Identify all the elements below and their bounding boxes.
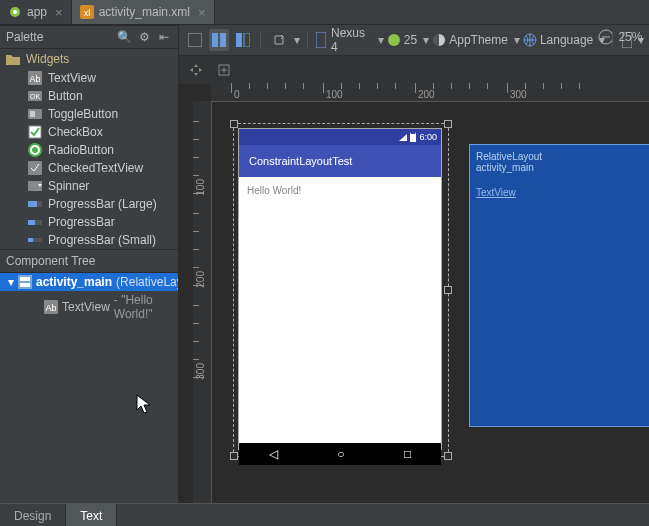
svg-text:Ab: Ab [29, 74, 40, 84]
svg-text:OK: OK [30, 93, 40, 100]
tab-app[interactable]: app × [0, 0, 72, 24]
svg-rect-20 [28, 238, 33, 242]
view-both-icon[interactable] [209, 29, 230, 51]
palette-item[interactable]: ToggleButton [0, 105, 178, 123]
widget-icon [28, 143, 42, 157]
chevron-down-icon: ▾ [378, 33, 384, 47]
language-selector[interactable]: Language▾ [540, 33, 605, 47]
chevron-down-icon[interactable]: ▾ [294, 33, 300, 47]
resize-handle[interactable] [230, 452, 238, 460]
theme-selector[interactable]: AppTheme▾ [449, 33, 520, 47]
palette-item[interactable]: AbTextView [0, 69, 178, 87]
svg-point-1 [13, 10, 17, 14]
xml-icon: xl [80, 5, 94, 19]
svg-rect-9 [30, 111, 35, 117]
palette-item[interactable]: CheckBox [0, 123, 178, 141]
nav-home-icon[interactable]: ○ [337, 447, 344, 461]
widgets-folder[interactable]: Widgets [0, 49, 178, 69]
hello-text[interactable]: Hello World! [247, 185, 301, 196]
svg-point-32 [388, 34, 400, 46]
widget-icon [28, 161, 42, 175]
svg-rect-18 [28, 220, 35, 225]
blueprint-subtitle: activity_main [476, 162, 644, 173]
app-bar: ConstraintLayoutTest [239, 145, 441, 177]
nav-recent-icon[interactable]: □ [404, 447, 411, 461]
add-icon[interactable] [213, 59, 235, 81]
palette-item[interactable]: ProgressBar [0, 213, 178, 231]
resize-handle[interactable] [230, 120, 238, 128]
pan-icon[interactable] [185, 59, 207, 81]
zoom-out-icon[interactable] [598, 30, 612, 44]
gear-icon[interactable]: ⚙ [136, 30, 152, 44]
view-blueprint-icon[interactable] [232, 29, 253, 51]
svg-rect-27 [212, 33, 218, 47]
palette-item-label: ProgressBar (Small) [48, 233, 156, 247]
svg-rect-28 [220, 33, 226, 47]
palette-body: Widgets AbTextViewOKButtonToggleButtonCh… [0, 49, 178, 249]
palette-item-label: RadioButton [48, 143, 114, 157]
textview-icon: Ab [44, 300, 58, 314]
svg-text:xl: xl [83, 8, 90, 18]
widget-icon [28, 197, 42, 211]
widget-icon [28, 179, 42, 193]
module-icon [8, 5, 22, 19]
resize-handle[interactable] [444, 286, 452, 294]
svg-rect-31 [316, 32, 326, 48]
design-panel: ▾ Nexus 4▾ 25▾ AppTheme▾ Language▾ ▾ 25% [179, 25, 649, 503]
resize-handle[interactable] [444, 452, 452, 460]
device-selector[interactable]: Nexus 4▾ [331, 26, 384, 54]
widget-icon [28, 215, 42, 229]
collapse-icon[interactable]: ⇤ [156, 30, 172, 44]
close-icon[interactable]: × [198, 5, 206, 20]
tab-label: app [27, 5, 47, 19]
component-type: (RelativeLayout) [116, 275, 178, 289]
svg-point-12 [32, 147, 38, 153]
expand-icon[interactable]: ▾ [8, 275, 14, 289]
tab-text[interactable]: Text [66, 504, 117, 526]
zoom-control: 25% [598, 30, 642, 44]
canvas[interactable]: 0100200300 100200300 6:00 [179, 83, 649, 503]
device-preview[interactable]: 6:00 ConstraintLayoutTest Hello World! ◁… [239, 129, 441, 449]
api-selector[interactable]: 25▾ [404, 33, 429, 47]
nav-back-icon[interactable]: ◁ [269, 447, 278, 461]
close-icon[interactable]: × [55, 5, 63, 20]
palette-item[interactable]: OKButton [0, 87, 178, 105]
svg-rect-16 [28, 201, 37, 207]
svg-rect-30 [244, 33, 250, 47]
status-time: 6:00 [419, 132, 437, 142]
palette-item-label: Button [48, 89, 83, 103]
nav-bar: ◁ ○ □ [239, 443, 441, 465]
ruler-vertical: 100200300 [193, 101, 212, 503]
widget-icon: OK [28, 89, 42, 103]
blueprint-preview[interactable]: RelativeLayout activity_main TextView [469, 144, 649, 427]
folder-label: Widgets [26, 52, 69, 66]
palette-item-label: CheckedTextView [48, 161, 143, 175]
palette-item[interactable]: ProgressBar (Large) [0, 195, 178, 213]
orientation-icon[interactable] [268, 29, 289, 51]
folder-icon [6, 52, 20, 66]
palette-item[interactable]: RadioButton [0, 141, 178, 159]
device-icon [315, 33, 328, 47]
palette-item-label: Spinner [48, 179, 89, 193]
palette-item[interactable]: CheckedTextView [0, 159, 178, 177]
theme-icon [432, 33, 446, 47]
tab-activity-main[interactable]: xl activity_main.xml × [72, 0, 215, 24]
tab-design[interactable]: Design [0, 504, 66, 526]
chevron-down-icon: ▾ [423, 33, 429, 47]
palette-item-label: ProgressBar (Large) [48, 197, 157, 211]
panel-title: Palette [6, 30, 112, 44]
component-name: activity_main [36, 275, 112, 289]
status-bar: 6:00 [239, 129, 441, 145]
design-toolbar: ▾ Nexus 4▾ 25▾ AppTheme▾ Language▾ ▾ [179, 25, 649, 56]
palette-item[interactable]: ProgressBar (Small) [0, 231, 178, 249]
resize-handle[interactable] [444, 120, 452, 128]
view-design-icon[interactable] [185, 29, 206, 51]
search-icon[interactable]: 🔍 [116, 30, 132, 44]
palette-item-label: CheckBox [48, 125, 103, 139]
palette-item[interactable]: Spinner [0, 177, 178, 195]
component-tree-root[interactable]: ▾ activity_main (RelativeLayout) [0, 273, 178, 291]
phone-content[interactable]: Hello World! [239, 177, 441, 443]
blueprint-textview[interactable]: TextView [476, 187, 644, 198]
layout-icon [18, 275, 32, 289]
component-tree-child[interactable]: Ab TextView - "Hello World!" [0, 291, 178, 323]
